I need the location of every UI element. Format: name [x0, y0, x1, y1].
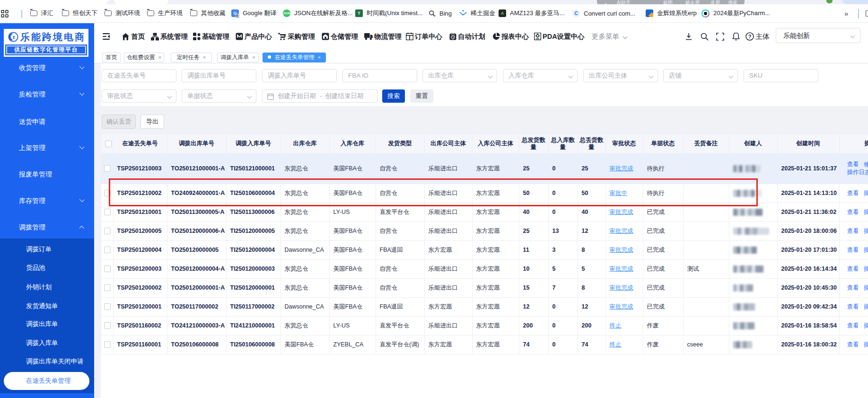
- svg-text:E: E: [13, 35, 16, 40]
- svg-text:?: ?: [748, 34, 752, 39]
